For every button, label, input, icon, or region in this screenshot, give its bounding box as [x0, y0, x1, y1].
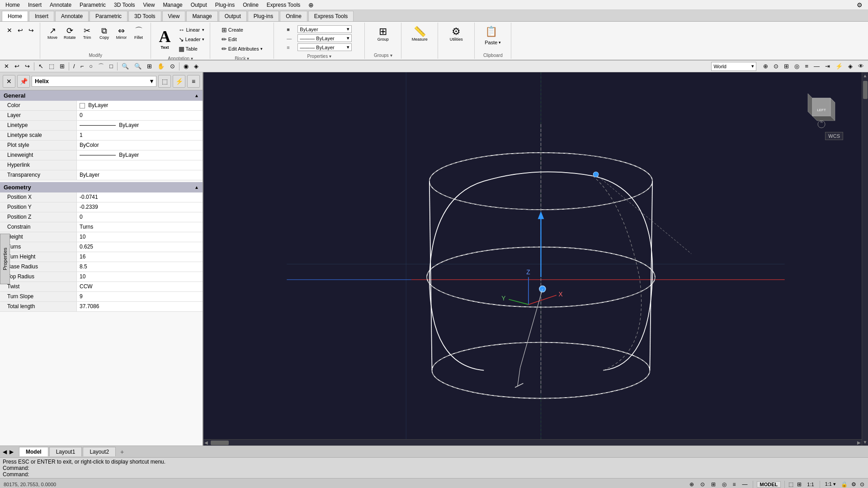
tab-3dtools[interactable]: 3D Tools: [128, 11, 161, 21]
prop-value-color[interactable]: ByLayer: [77, 101, 203, 110]
tab-next-btn[interactable]: ▶: [9, 448, 14, 456]
lineweight-dropdown[interactable]: ——— ByLayer ▾: [297, 43, 352, 51]
tb-tspace[interactable]: ⇥: [823, 62, 832, 70]
ribbon-btn-fillet[interactable]: ⌒Fillet: [131, 25, 147, 41]
tb-otrack[interactable]: ⊞: [782, 62, 791, 70]
ribbon-btn-table[interactable]: ▦ Table: [177, 44, 206, 53]
menu-home[interactable]: Home: [2, 1, 24, 9]
ribbon-btn-create[interactable]: ⊞Create: [220, 25, 264, 34]
menu-add[interactable]: ⊕: [305, 0, 317, 9]
props-pin-btn[interactable]: 📌: [17, 75, 30, 88]
scroll-right-btn[interactable]: ▶: [856, 439, 862, 446]
tab-parametric[interactable]: Parametric: [90, 11, 127, 21]
ribbon-btn-paste[interactable]: 📋: [483, 25, 500, 38]
ribbon-btn-linear[interactable]: ↔ Linear ▾: [177, 25, 206, 34]
tb-model-view[interactable]: ◉: [181, 62, 191, 70]
tab-manage[interactable]: Manage: [186, 11, 217, 21]
tb-select-cross[interactable]: ⊞: [57, 62, 67, 70]
snap-btn-1[interactable]: ⊕: [688, 481, 695, 488]
snap-btn-2[interactable]: ⊙: [699, 481, 706, 488]
ribbon-btn-trim[interactable]: ✂Trim: [79, 25, 95, 41]
linetype-dropdown[interactable]: ——— ByLayer ▾: [297, 34, 352, 42]
tab-plugins[interactable]: Plug-ins: [248, 11, 279, 21]
object-type-dropdown[interactable]: Helix ▾: [32, 76, 156, 87]
snap-btn-5[interactable]: ≡: [731, 481, 737, 488]
prop-value-turn-slope[interactable]: 9: [77, 292, 203, 301]
prop-value-base-radius[interactable]: 8.5: [77, 262, 203, 272]
tb-zoom-in[interactable]: 🔍: [119, 62, 131, 70]
prop-value-total-length[interactable]: 37.7086: [77, 302, 203, 311]
ribbon-btn-undo[interactable]: ↩: [15, 25, 25, 35]
snap-btn-4[interactable]: ◎: [721, 481, 728, 488]
prop-value-height[interactable]: 10: [77, 232, 203, 242]
tb-qp[interactable]: ⚡: [833, 62, 845, 70]
tb-zoom-extents[interactable]: ⊞: [145, 62, 154, 70]
gear-icon[interactable]: ⚙: [851, 481, 856, 488]
tb-lweight[interactable]: —: [811, 62, 822, 70]
tb-undo[interactable]: ↩: [12, 62, 22, 70]
prop-value-twist[interactable]: CCW: [77, 282, 203, 291]
viewport-scrollbar-right[interactable]: ▲ ▼: [862, 72, 868, 446]
props-close-btn[interactable]: ✕: [3, 75, 15, 88]
prop-value-turns[interactable]: 0.625: [77, 242, 203, 252]
ribbon-btn-copy[interactable]: ⧉Copy: [96, 25, 113, 41]
snap-btn-6[interactable]: —: [741, 481, 749, 488]
geometry-section-header[interactable]: Geometry ▲: [0, 182, 203, 192]
tab-home[interactable]: Home: [2, 11, 28, 21]
prop-value-position-x[interactable]: -0.0741: [77, 192, 203, 202]
tab-layout2[interactable]: Layout2: [83, 447, 116, 456]
tb-polar[interactable]: ◎: [792, 62, 802, 70]
prop-value-top-radius[interactable]: 10: [77, 272, 203, 282]
tb-circle[interactable]: ○: [87, 62, 95, 70]
viewport[interactable]: Z X Y: [203, 72, 868, 446]
ribbon-btn-text-large[interactable]: A Text: [155, 25, 175, 52]
scroll-hthumb[interactable]: [211, 441, 229, 445]
tb-redo[interactable]: ↪: [23, 62, 32, 70]
ribbon-btn-leader[interactable]: ↘ Leader ▾: [177, 35, 206, 44]
menu-settings[interactable]: ⚙: [853, 0, 866, 9]
ribbon-btn-edit-attributes[interactable]: ✏Edit Attributes ▾: [220, 44, 264, 53]
menu-online[interactable]: Online: [239, 1, 262, 9]
tab-add-btn[interactable]: +: [117, 447, 127, 457]
tb-select[interactable]: ↖: [36, 62, 46, 70]
tb-orbit[interactable]: ⊙: [168, 62, 177, 70]
viewcube[interactable]: LEFT N: [802, 90, 841, 129]
props-settings-btn[interactable]: ≡: [187, 75, 200, 88]
prop-value-linetype-scale[interactable]: 1: [77, 131, 203, 140]
viewport-scrollbar-bottom[interactable]: ◀ ▶: [203, 439, 862, 446]
menu-view[interactable]: View: [140, 1, 159, 9]
ribbon-btn-edit[interactable]: ✏Edit: [220, 35, 264, 44]
prop-value-layer[interactable]: 0: [77, 111, 203, 120]
ribbon-btn-close[interactable]: ✕: [5, 25, 14, 35]
tab-online[interactable]: Online: [280, 11, 307, 21]
tb-sc[interactable]: ◈: [846, 62, 855, 70]
tab-view[interactable]: View: [162, 11, 186, 21]
tab-model[interactable]: Model: [19, 447, 48, 456]
properties-side-tab[interactable]: Properties: [0, 234, 10, 284]
tb-zoom-out[interactable]: 🔍: [132, 62, 144, 70]
prop-value-constrain[interactable]: Turns: [77, 222, 203, 232]
tb-render[interactable]: ◈: [192, 62, 201, 70]
menu-parametric[interactable]: Parametric: [76, 1, 109, 9]
scroll-left-btn[interactable]: ◀: [203, 439, 209, 446]
prop-value-transparency[interactable]: ByLayer: [77, 170, 203, 180]
menu-plugins[interactable]: Plug-ins: [212, 1, 238, 9]
viewport-1[interactable]: ⬚: [788, 481, 793, 488]
menu-express[interactable]: Express Tools: [263, 1, 304, 9]
menu-manage[interactable]: Manage: [159, 1, 186, 9]
select-similar-btn[interactable]: ⬚: [158, 75, 171, 88]
scroll-thumb[interactable]: [863, 81, 868, 99]
viewport-2[interactable]: ⊞: [797, 481, 802, 488]
tb-snap[interactable]: ⊕: [761, 62, 770, 70]
annotation-scale[interactable]: 1:1 ▾: [824, 481, 837, 488]
prop-value-lineweight[interactable]: ByLayer: [77, 150, 203, 160]
quick-select-btn[interactable]: ⚡: [173, 75, 185, 88]
scroll-up-btn[interactable]: ▲: [862, 72, 868, 79]
ribbon-btn-mirror[interactable]: ⇔Mirror: [113, 25, 130, 41]
prop-value-plot-style[interactable]: ByColor: [77, 141, 203, 150]
tab-annotate[interactable]: Annotate: [55, 11, 89, 21]
tb-rect[interactable]: □: [107, 62, 115, 70]
tb-annovis[interactable]: 👁: [856, 62, 866, 70]
tab-prev-btn[interactable]: ◀: [2, 448, 8, 456]
tab-layout1[interactable]: Layout1: [49, 447, 82, 456]
